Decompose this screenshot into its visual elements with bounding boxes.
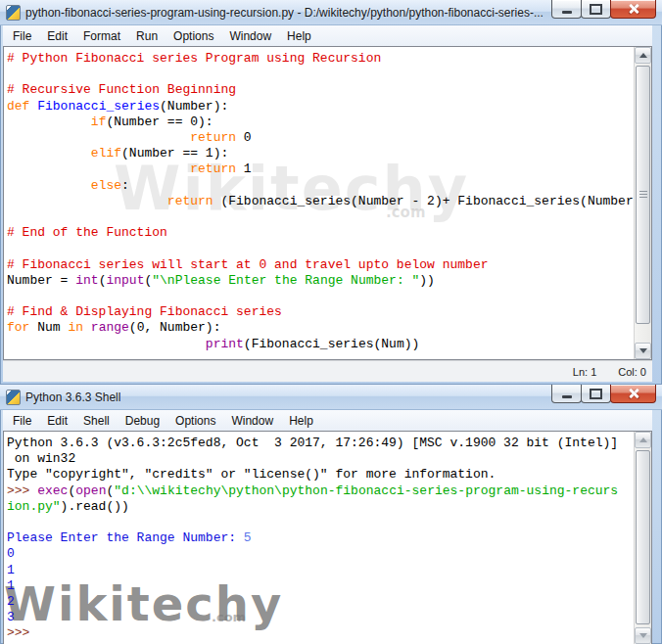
menu-item-edit[interactable]: Edit <box>39 412 75 430</box>
text-line: # Python Fibonacci series Program using … <box>7 51 634 67</box>
shell-titlebar[interactable]: Python 3.6.3 Shell <box>0 385 662 410</box>
menu-item-window[interactable]: Window <box>221 27 279 45</box>
editor-window-title: python-fibonacci-series-program-using-re… <box>25 6 544 20</box>
text-line: ion.py").read()) <box>7 499 634 515</box>
text-line: 1 <box>7 563 634 578</box>
idle-shell-icon <box>6 390 21 405</box>
editor-menubar: FileEditFormatRunOptionsWindowHelp <box>3 25 652 46</box>
text-line: return (Fibonacci_series(Number - 2)+ Fi… <box>7 194 634 209</box>
text-line: for Num in range(0, Number): <box>7 320 634 336</box>
text-line <box>7 241 634 256</box>
menu-item-file[interactable]: File <box>5 27 39 45</box>
menu-item-help[interactable]: Help <box>281 412 321 430</box>
maximize-button[interactable] <box>581 0 611 19</box>
window-controls <box>552 0 656 19</box>
text-line: Number = int(input("\nPlease Enter the R… <box>7 273 634 289</box>
scroll-up-button[interactable] <box>635 432 651 448</box>
thumb-grip-icon <box>639 191 647 199</box>
text-line: elif(Number == 1): <box>7 146 634 161</box>
maximize-button[interactable] <box>581 385 611 403</box>
menu-item-options[interactable]: Options <box>166 27 221 45</box>
menu-item-window[interactable]: Window <box>223 412 281 430</box>
text-line: print(Fibonacci_series(Num)) <box>7 337 634 352</box>
arrow-down-icon <box>639 633 647 638</box>
text-line: # Fibonacci series will start at 0 and t… <box>7 257 634 273</box>
text-line <box>7 67 634 82</box>
shell-window: Python 3.6.3 Shell FileEditShellDebugOpt… <box>0 385 662 644</box>
text-line: return 0 <box>7 130 634 146</box>
editor-scroll-thumb[interactable] <box>636 66 650 324</box>
maximize-icon <box>590 389 602 399</box>
shell-window-title: Python 3.6.3 Shell <box>25 391 120 404</box>
text-line: return 1 <box>7 161 634 177</box>
text-line: Type "copyright", "credits" or "license(… <box>7 467 634 483</box>
shell-output-area[interactable]: Python 3.6.3 (v3.6.3:2c5fed8, Oct 3 2017… <box>4 432 634 644</box>
minimize-button[interactable] <box>551 385 582 403</box>
text-line <box>7 209 634 225</box>
arrow-up-icon <box>639 53 647 58</box>
text-line: 1 <box>7 578 634 594</box>
editor-scroll-track[interactable] <box>635 64 651 343</box>
text-line: # Recursive Function Beginning <box>7 82 634 98</box>
shell-scroll-track[interactable] <box>635 448 651 627</box>
close-icon <box>628 388 639 399</box>
text-line: else: <box>7 178 634 194</box>
shell-scrollbar[interactable] <box>634 432 651 644</box>
text-line: on win32 <box>7 451 634 467</box>
text-line: # End of the Function <box>7 225 634 241</box>
text-line <box>7 515 634 530</box>
text-line: >>> exec(open("d:\\wikitechy\python\pyth… <box>7 483 634 499</box>
text-line: def Fibonacci_series(Number): <box>7 99 634 115</box>
window-controls <box>552 385 656 403</box>
minimize-button[interactable] <box>551 0 582 19</box>
text-line: 0 <box>7 546 634 562</box>
scroll-down-button[interactable] <box>635 627 651 644</box>
text-line: Please Enter the Range Number: 5 <box>7 530 634 546</box>
idle-file-icon <box>6 5 21 21</box>
editor-code-area[interactable]: # Python Fibonacci series Program using … <box>4 47 634 359</box>
menu-item-debug[interactable]: Debug <box>118 412 167 430</box>
text-line: # Find & Displaying Fibonacci series <box>7 304 634 320</box>
close-button[interactable] <box>610 0 656 19</box>
scroll-up-button[interactable] <box>635 47 651 64</box>
editor-scrollbar[interactable] <box>634 47 651 359</box>
scroll-down-button[interactable] <box>635 343 651 359</box>
text-line: 3 <box>7 610 634 625</box>
menu-item-edit[interactable]: Edit <box>39 27 75 45</box>
editor-statusbar: Ln: 1 Col: 0 <box>3 360 652 382</box>
menu-item-help[interactable]: Help <box>279 27 319 45</box>
minimize-icon <box>562 395 572 398</box>
menu-item-file[interactable]: File <box>5 412 39 430</box>
desktop: python-fibonacci-series-program-using-re… <box>0 0 662 644</box>
status-col-indicator: Col: 0 <box>618 366 646 378</box>
shell-scroll-thumb[interactable] <box>636 450 650 624</box>
text-line: >>> <box>7 625 634 641</box>
close-button[interactable] <box>610 385 656 403</box>
editor-titlebar[interactable]: python-fibonacci-series-program-using-re… <box>0 0 662 25</box>
menu-item-format[interactable]: Format <box>75 27 128 45</box>
status-line-indicator: Ln: 1 <box>573 366 596 378</box>
text-line <box>7 289 634 304</box>
menu-item-options[interactable]: Options <box>167 412 223 430</box>
minimize-icon <box>562 11 572 14</box>
text-line: if(Number == 0): <box>7 115 634 130</box>
shell-menubar: FileEditShellDebugOptionsWindowHelp <box>3 410 652 431</box>
text-line: 2 <box>7 594 634 610</box>
arrow-down-icon <box>639 348 647 353</box>
menu-item-shell[interactable]: Shell <box>75 412 118 430</box>
close-icon <box>628 3 639 15</box>
maximize-icon <box>590 4 602 15</box>
editor-window: python-fibonacci-series-program-using-re… <box>0 0 662 385</box>
menu-item-run[interactable]: Run <box>128 27 166 45</box>
arrow-up-icon <box>639 437 647 442</box>
text-line: Python 3.6.3 (v3.6.3:2c5fed8, Oct 3 2017… <box>7 436 634 451</box>
